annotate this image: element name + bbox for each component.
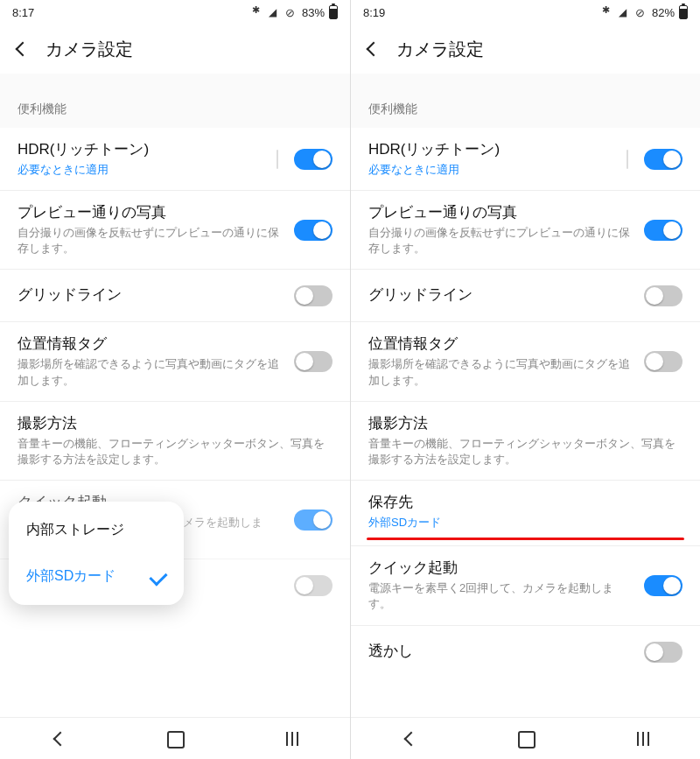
status-time: 8:19 bbox=[363, 6, 385, 19]
status-time: 8:17 bbox=[12, 6, 34, 19]
back-button[interactable] bbox=[10, 39, 32, 60]
toggle-hdr[interactable] bbox=[294, 149, 332, 170]
row-preview[interactable]: プレビュー通りの写真 自分撮りの画像を反転せずにプレビューの通りに保存します。 bbox=[351, 191, 700, 270]
row-sub: 電源キーを素早く2回押して、カメラを起動します。 bbox=[368, 580, 634, 612]
nav-home-button[interactable] bbox=[515, 728, 536, 749]
section-header-convenience: 便利機能 bbox=[0, 74, 350, 128]
row-sub: 撮影場所を確認できるように写真や動画にタグを追加します。 bbox=[368, 356, 634, 388]
row-title: 透かし bbox=[368, 642, 634, 662]
popup-option-internal[interactable]: 内部ストレージ bbox=[9, 507, 184, 553]
highlight-underline bbox=[367, 538, 684, 540]
row-title: 位置情報タグ bbox=[18, 334, 284, 355]
toggle-watermark[interactable] bbox=[644, 642, 682, 663]
toggle-quick-launch[interactable] bbox=[294, 510, 332, 531]
row-title: プレビュー通りの写真 bbox=[368, 203, 634, 223]
row-sub: 音量キーの機能、フローティングシャッターボタン、写真を撮影する方法を設定します。 bbox=[368, 436, 682, 467]
page-title: カメラ設定 bbox=[46, 38, 133, 61]
toggle-gridlines[interactable] bbox=[294, 285, 332, 306]
settings-list[interactable]: 便利機能 HDR(リッチトーン) 必要なときに適用 プレビュー通りの写真 自分撮… bbox=[0, 74, 350, 759]
toggle-hdr[interactable] bbox=[644, 149, 682, 170]
row-geotag[interactable]: 位置情報タグ 撮影場所を確認できるように写真や動画にタグを追加します。 bbox=[0, 322, 350, 401]
popup-option-sdcard[interactable]: 外部SDカード bbox=[9, 553, 184, 600]
toggle-gridlines[interactable] bbox=[644, 285, 682, 306]
row-hdr[interactable]: HDR(リッチトーン) 必要なときに適用 bbox=[0, 128, 350, 191]
status-icons: 83% bbox=[252, 5, 338, 19]
wifi-icon bbox=[269, 6, 281, 18]
battery-icon bbox=[329, 5, 338, 19]
divider bbox=[276, 150, 278, 169]
section-header-convenience: 便利機能 bbox=[351, 74, 700, 128]
row-hdr[interactable]: HDR(リッチトーン) 必要なときに適用 bbox=[351, 128, 700, 191]
divider bbox=[626, 150, 628, 169]
row-storage[interactable]: 保存先 外部SDカード bbox=[351, 481, 700, 538]
battery-percent: 83% bbox=[302, 6, 325, 19]
nav-recents-button[interactable] bbox=[281, 728, 302, 749]
row-sub: 必要なときに適用 bbox=[18, 162, 262, 178]
row-sub: 外部SDカード bbox=[368, 515, 682, 531]
row-shooting-method[interactable]: 撮影方法 音量キーの機能、フローティングシャッターボタン、写真を撮影する方法を設… bbox=[0, 402, 350, 481]
row-sub: 自分撮りの画像を反転せずにプレビューの通りに保存します。 bbox=[18, 225, 284, 257]
app-header: カメラ設定 bbox=[351, 25, 700, 74]
row-quick-launch[interactable]: クイック起動 電源キーを素早く2回押して、カメラを起動します。 bbox=[351, 545, 700, 625]
status-icons: 82% bbox=[602, 5, 688, 19]
popup-option-label: 外部SDカード bbox=[26, 567, 116, 586]
status-bar: 8:19 82% bbox=[351, 0, 700, 25]
row-title: 保存先 bbox=[368, 493, 682, 513]
nav-home-button[interactable] bbox=[164, 728, 186, 749]
popup-option-label: 内部ストレージ bbox=[26, 521, 124, 539]
row-gridlines[interactable]: グリッドライン bbox=[0, 270, 350, 322]
check-icon bbox=[149, 567, 167, 586]
settings-list[interactable]: 便利機能 HDR(リッチトーン) 必要なときに適用 プレビュー通りの写真 自分撮… bbox=[351, 74, 700, 759]
dnd-icon bbox=[285, 6, 298, 18]
nav-back-button[interactable] bbox=[399, 728, 420, 749]
app-header: カメラ設定 bbox=[0, 25, 350, 74]
row-title: 位置情報タグ bbox=[368, 334, 634, 355]
toggle-preview[interactable] bbox=[644, 220, 682, 241]
wifi-icon bbox=[619, 6, 631, 18]
nav-back-button[interactable] bbox=[48, 728, 69, 749]
row-sub: 音量キーの機能、フローティングシャッターボタン、写真を撮影する方法を設定します。 bbox=[18, 436, 332, 467]
battery-percent: 82% bbox=[652, 6, 675, 19]
screen-left: 8:17 83% カメラ設定 便利機能 HDR(リッチトーン) 必要なときに適用 bbox=[0, 0, 350, 759]
row-title: プレビュー通りの写真 bbox=[18, 203, 284, 223]
vibrate-icon bbox=[252, 6, 264, 18]
vibrate-icon bbox=[602, 6, 614, 18]
page-title: カメラ設定 bbox=[396, 38, 484, 61]
row-title: 撮影方法 bbox=[368, 414, 682, 434]
row-preview[interactable]: プレビュー通りの写真 自分撮りの画像を反転せずにプレビューの通りに保存します。 bbox=[0, 191, 350, 270]
nav-bar bbox=[351, 717, 700, 759]
status-bar: 8:17 83% bbox=[0, 0, 350, 25]
toggle-geotag[interactable] bbox=[644, 351, 682, 372]
row-watermark[interactable]: 透かし bbox=[351, 626, 700, 678]
row-geotag[interactable]: 位置情報タグ 撮影場所を確認できるように写真や動画にタグを追加します。 bbox=[351, 322, 700, 401]
row-title: HDR(リッチトーン) bbox=[368, 140, 612, 160]
row-title: 撮影方法 bbox=[18, 414, 332, 434]
row-gridlines[interactable]: グリッドライン bbox=[351, 270, 700, 322]
toggle-preview[interactable] bbox=[294, 220, 332, 241]
toggle-geotag[interactable] bbox=[294, 351, 332, 372]
nav-recents-button[interactable] bbox=[632, 728, 653, 749]
row-title: HDR(リッチトーン) bbox=[18, 140, 262, 160]
row-sub: 撮影場所を確認できるように写真や動画にタグを追加します。 bbox=[18, 356, 284, 388]
row-title: グリッドライン bbox=[368, 285, 634, 306]
screen-right: 8:19 82% カメラ設定 便利機能 HDR(リッチトーン) 必要なときに適用 bbox=[350, 0, 700, 759]
battery-icon bbox=[679, 5, 688, 19]
row-sub: 必要なときに適用 bbox=[368, 162, 612, 178]
toggle-quick-launch[interactable] bbox=[644, 575, 682, 596]
row-shooting-method[interactable]: 撮影方法 音量キーの機能、フローティングシャッターボタン、写真を撮影する方法を設… bbox=[351, 402, 700, 481]
storage-popup: 内部ストレージ 外部SDカード bbox=[9, 502, 184, 605]
row-sub: 自分撮りの画像を反転せずにプレビューの通りに保存します。 bbox=[368, 225, 634, 257]
nav-bar bbox=[0, 717, 350, 759]
toggle-watermark[interactable] bbox=[294, 575, 332, 596]
dnd-icon bbox=[635, 6, 648, 18]
row-title: クイック起動 bbox=[368, 559, 634, 579]
row-title: グリッドライン bbox=[18, 285, 284, 306]
back-button[interactable] bbox=[361, 39, 382, 60]
